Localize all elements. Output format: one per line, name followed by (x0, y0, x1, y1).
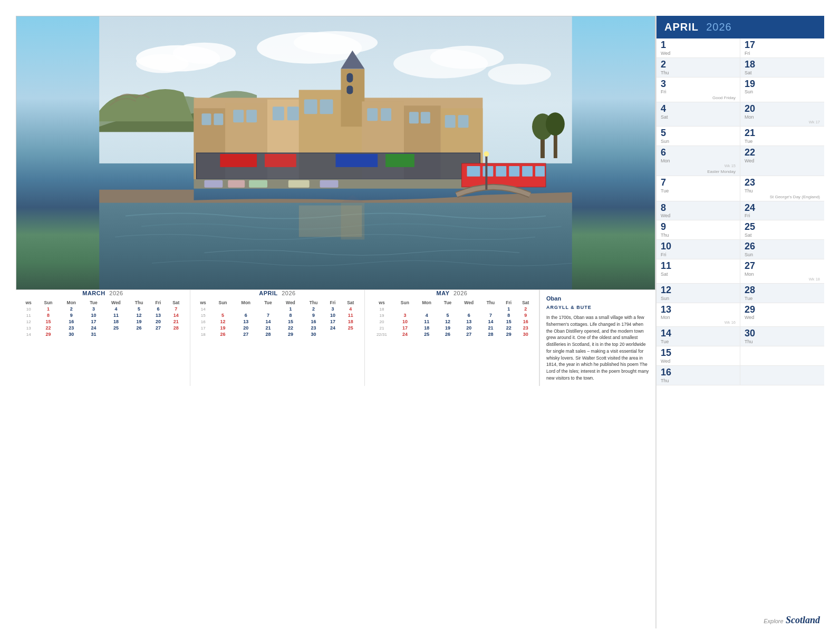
mini-cal-cell: 13 (20, 325, 37, 331)
mini-cal-march: MARCH 2026 ws Sun Mon Tue Wed Thu (16, 290, 190, 386)
mini-cal-cell: 19 (438, 325, 458, 331)
mini-cal-cell: 3 (394, 312, 416, 318)
day-number: 10 (661, 241, 671, 251)
mini-cal-cell: 17 (324, 318, 341, 325)
explore-section: Explore Scotland (656, 612, 824, 628)
day-name: Tue (661, 339, 736, 344)
cal-day-left: 15 Wed (656, 346, 740, 365)
calendar-row: 13 Mon Wk 16 29 Wed (656, 303, 824, 327)
svg-rect-62 (485, 156, 487, 190)
svg-rect-50 (482, 166, 493, 177)
svg-point-7 (430, 46, 504, 69)
cal-day-right: 25 Sat (740, 220, 824, 239)
svg-rect-52 (509, 166, 519, 177)
cal-day-left: 12 Sun (656, 284, 740, 303)
mini-cal-cell: 14 (480, 318, 501, 325)
mini-cal-cell: 11 (341, 312, 360, 318)
day-number: 12 (661, 285, 671, 295)
day-name: Sat (661, 272, 736, 277)
svg-rect-30 (246, 110, 257, 122)
day-number: 17 (745, 40, 755, 50)
mini-cal-cell: 7 (480, 312, 501, 318)
cal-day-right: 18 Sat (740, 58, 824, 77)
mini-cal-cell: 3 (324, 306, 341, 312)
mini-cal-cell: 7 (167, 306, 186, 312)
day-number: 14 (661, 328, 671, 338)
svg-rect-31 (273, 106, 284, 120)
svg-rect-17 (346, 85, 353, 94)
mini-cal-cell (234, 306, 258, 312)
calendar-row: 10 Fri 26 Sun (656, 240, 824, 259)
calendar-row: 2 Thu 18 Sat (656, 58, 824, 78)
mini-cal-cell: 30 (303, 331, 324, 337)
calendar-row: 1 Wed 17 Fri (656, 38, 824, 58)
mini-cal-cell (438, 306, 458, 312)
mini-cal-cell: 4 (416, 312, 438, 318)
svg-rect-43 (228, 180, 245, 188)
day-number: 26 (745, 241, 755, 251)
mini-cal-cell: 14 (258, 318, 278, 325)
cal-day-right: 27 Mon Wk 18 (740, 259, 824, 283)
cal-day-right: 20 Mon Wk 17 (740, 102, 824, 126)
mini-cal-cell: 25 (416, 331, 438, 337)
cal-day-right: 28 Tue (740, 284, 824, 303)
day-number: 6 (661, 147, 666, 158)
mini-cal-cell: 17 (394, 325, 416, 331)
day-name: Sat (745, 70, 820, 75)
mini-cal-cell: 26 (128, 325, 150, 331)
svg-rect-16 (346, 73, 353, 83)
day-number: 2 (661, 59, 666, 70)
mini-cal-cell: 27 (150, 325, 166, 331)
day-name: Tue (745, 296, 820, 301)
day-number: 27 (745, 260, 755, 271)
svg-rect-44 (249, 180, 267, 188)
mini-cal-cell: 24 (324, 325, 341, 331)
description-text: In the 1700s, Oban was a small village w… (546, 314, 649, 382)
cal-day-right: 22 Wed (740, 146, 824, 176)
day-name: Thu (745, 188, 820, 193)
cal-day-left: 4 Sat (656, 102, 740, 126)
cal-day-right: 30 Thu (740, 327, 824, 346)
mini-cal-cell: 1 (278, 306, 303, 312)
mini-cal-cell: 18 (416, 325, 438, 331)
mini-cal-cell: 24 (83, 325, 104, 331)
mini-cal-cell (480, 306, 501, 312)
mini-cal-cell: 29 (37, 331, 59, 337)
main-photo (16, 16, 655, 290)
svg-rect-27 (201, 113, 211, 125)
mini-cal-cell: 1 (501, 306, 517, 312)
day-number: 29 (745, 304, 755, 315)
mini-cal-cell: 17 (83, 318, 104, 325)
day-name: Sun (745, 252, 820, 257)
cal-day-right: 17 Fri (740, 38, 824, 57)
mini-cal-cell (324, 331, 341, 337)
svg-rect-24 (265, 154, 296, 167)
calendar-row: 14 Tue 30 Thu (656, 327, 824, 346)
mini-cal-cell: 19 (211, 325, 234, 331)
svg-point-8 (488, 64, 551, 85)
day-name: Fri (661, 252, 736, 257)
cal-day-left: 3 Fri Good Friday (656, 78, 740, 102)
cal-day-left: 1 Wed (656, 38, 740, 57)
mini-cal-cell: 21 (369, 325, 394, 331)
mini-cal-cell (104, 331, 128, 337)
mini-cal-cell: 2 (303, 306, 324, 312)
mini-cal-cell: 16 (303, 318, 324, 325)
mini-cal-april-title: APRIL 2026 (195, 290, 360, 296)
mini-cal-cell: 24 (394, 331, 416, 337)
svg-rect-51 (496, 166, 506, 177)
mini-cal-cell: 25 (341, 325, 360, 331)
day-name: Mon (745, 114, 820, 120)
mini-cal-may: MAY 2026 ws Sun Mon Tue Wed Thu (365, 290, 539, 386)
mini-cal-cell: 30 (60, 331, 83, 337)
day-number: 30 (745, 328, 755, 338)
mini-cal-cell: 13 (150, 312, 166, 318)
calendar-row: 12 Sun 28 Tue (656, 284, 824, 303)
cal-day-right: 29 Wed (740, 303, 824, 327)
calendar-row: 6 Mon Wk 15 Easter Monday 22 Wed (656, 146, 824, 176)
day-name: Sat (661, 114, 736, 120)
svg-rect-38 (421, 112, 430, 123)
mini-cal-cell (128, 331, 150, 337)
svg-rect-26 (385, 154, 414, 167)
day-name: Mon (661, 158, 736, 163)
